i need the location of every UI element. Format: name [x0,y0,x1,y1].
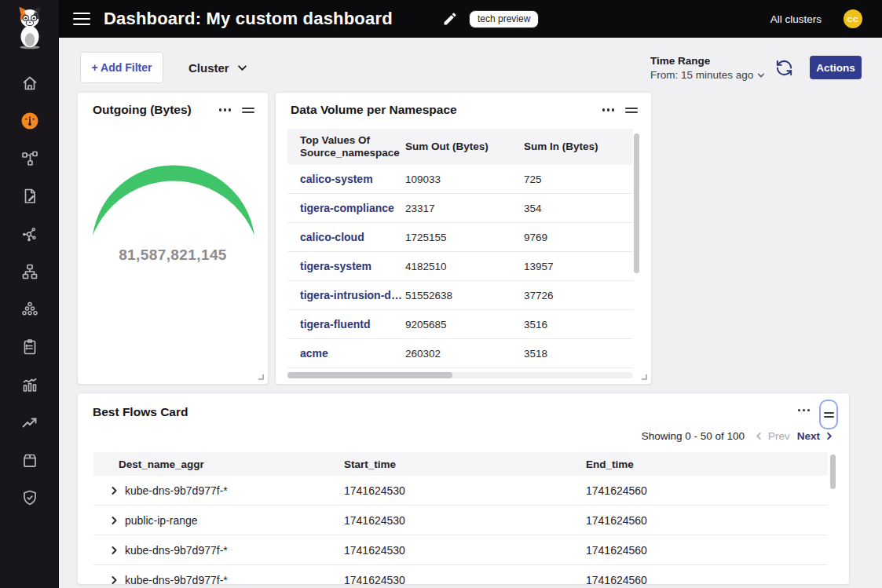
sum-in-cell: 3516 [524,319,633,331]
start-cell: 1741624530 [344,544,586,557]
pagination: Showing 0 - 50 of 100 Prev Next [642,430,833,442]
calico-cat-logo[interactable] [13,5,46,51]
table-row-expandable[interactable]: public-ip-range 1741624530 1741624560 [93,506,828,535]
end-cell: 1741624560 [586,484,828,497]
sum-in-cell: 13957 [524,261,633,272]
sidebar-item-storage[interactable] [20,451,39,469]
next-label: Next [797,430,820,442]
col-header-dest: Dest_name_aggr [119,458,344,470]
horizontal-scrollbar-thumb[interactable] [287,372,452,378]
hamburger-menu-icon[interactable] [73,13,90,25]
time-range-label: Time Range [650,55,765,67]
resize-handle[interactable] [258,374,264,380]
dest-cell: kube-dns-9b7d977f-* [125,574,344,586]
vertical-scrollbar-thumb[interactable] [634,133,639,273]
table-row: tigera-compliance 23317 354 [287,194,633,223]
sum-out-cell: 4182510 [405,261,524,272]
namespace-link[interactable]: calico-cloud [300,231,405,243]
sidebar-item-clusters[interactable] [20,300,39,319]
table-header-row: Dest_name_aggr Start_time End_time [93,452,828,476]
sidebar-item-home[interactable] [20,74,39,93]
sidebar-item-service-graph[interactable] [20,149,39,168]
card-menu-ellipsis-icon[interactable] [798,400,810,411]
sidebar-item-trends[interactable] [20,413,39,432]
dashboard-gauge-icon [20,111,39,130]
namespace-link[interactable]: tigera-intrusion-d… [300,289,405,301]
card-menu-ellipsis-icon[interactable] [219,108,231,111]
cluster-dropdown[interactable]: Cluster [188,52,247,83]
namespace-link[interactable]: tigera-fluentd [300,318,405,331]
all-clusters-selector[interactable]: All clusters [770,13,822,25]
refresh-button[interactable] [775,59,793,77]
expand-chevron-icon [109,575,119,585]
drag-handle-icon[interactable] [625,108,638,113]
vertical-scrollbar-thumb[interactable] [830,455,836,489]
gauge-value: 81,587,821,145 [78,247,268,264]
edit-pencil-icon[interactable] [442,11,458,27]
namespace-link[interactable]: tigera-system [300,260,405,272]
dest-cell: public-ip-range [125,514,344,527]
shield-check-icon [20,488,39,507]
chevron-right-icon [825,432,833,440]
statistics-icon [20,375,39,394]
drag-handle-icon[interactable] [242,108,254,113]
refresh-icon [775,59,793,77]
card-menu-ellipsis-icon[interactable] [602,108,614,111]
card-header: Data Volume per Namespace [276,93,651,127]
card-header: Best Flows Card [93,400,838,429]
namespace-link[interactable]: calico-system [300,173,405,185]
namespace-link[interactable]: acme [300,347,405,360]
col-header-sum-in: Sum In (Bytes) [524,141,633,153]
sum-in-cell: 354 [524,203,633,214]
table-row: tigera-fluentd 9205685 3516 [287,310,633,339]
sidebar-item-security[interactable] [20,488,39,507]
drag-handle-icon [824,412,834,418]
sum-out-cell: 9205685 [405,319,524,331]
namespace-link[interactable]: tigera-compliance [300,202,405,214]
resize-handle[interactable] [642,374,647,380]
clipboard-icon [20,338,39,356]
sidebar-item-reports[interactable] [20,187,39,206]
sum-out-cell: 23317 [405,203,524,214]
expand-chevron-icon [109,546,119,555]
card-title: Data Volume per Namespace [291,103,602,117]
drag-handle-selected[interactable] [819,400,838,429]
avatar[interactable]: CC [844,9,862,28]
sidebar [0,0,59,588]
col-header-end: End_time [586,458,828,470]
time-range-from: From: 15 minutes ago [650,69,753,81]
flows-table: Dest_name_aggr Start_time End_time kube-… [93,452,828,585]
sum-out-cell: 51552638 [405,290,524,301]
sidebar-item-compliance[interactable] [20,338,39,356]
actions-button[interactable]: Actions [810,56,862,79]
gauge-arc [87,149,260,239]
next-button[interactable]: Next [797,430,833,442]
sum-in-cell: 9769 [524,232,633,243]
horizontal-scrollbar[interactable] [287,372,633,378]
dest-cell: kube-dns-9b7d977f-* [125,484,344,497]
card-title: Best Flows Card [93,400,798,419]
sum-out-cell: 109033 [405,173,524,185]
app-root: Dashboard: My custom dashboard tech prev… [0,0,882,588]
table-row-expandable[interactable]: kube-dns-9b7d977f-* 1741624530 174162456… [93,535,828,565]
col-header-start: Start_time [344,458,586,470]
table-row-expandable[interactable]: kube-dns-9b7d977f-* 1741624530 174162456… [93,565,828,585]
chevron-down-icon [757,71,765,79]
table-row-expandable[interactable]: kube-dns-9b7d977f-* 1741624530 174162456… [93,476,828,506]
table-row: tigera-intrusion-d… 51552638 37726 [287,281,633,310]
prev-button[interactable]: Prev [755,430,790,442]
end-cell: 1741624560 [586,574,828,586]
expand-chevron-icon [109,516,119,525]
time-range-value[interactable]: From: 15 minutes ago [650,69,765,81]
data-volume-card: Data Volume per Namespace Top Values Of … [275,92,652,385]
sidebar-item-dashboard-active[interactable] [20,111,39,130]
sidebar-item-statistics[interactable] [20,375,39,394]
sidebar-item-network-flows[interactable] [20,225,39,243]
home-icon [20,74,39,93]
prev-label: Prev [768,430,790,442]
table-row: calico-system 109033 725 [287,165,633,194]
add-filter-button[interactable]: + Add Filter [80,52,163,83]
sidebar-item-topology[interactable] [20,262,39,281]
trending-up-icon [20,413,39,432]
tech-preview-badge: tech preview [469,10,539,28]
